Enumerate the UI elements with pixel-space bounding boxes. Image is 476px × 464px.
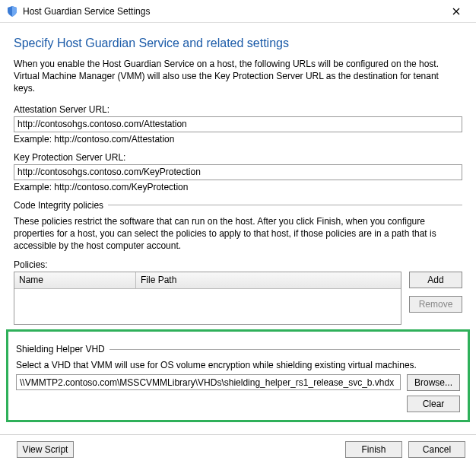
browse-button[interactable]: Browse... xyxy=(407,374,460,391)
helper-vhd-input[interactable] xyxy=(16,374,401,390)
shielding-helper-highlight: Shielding Helper VHD Select a VHD that V… xyxy=(6,329,470,422)
window-title: Host Guardian Service Settings xyxy=(23,6,441,17)
close-button[interactable] xyxy=(441,1,471,22)
close-icon xyxy=(452,8,460,15)
helper-label: Shielding Helper VHD xyxy=(16,344,105,354)
policies-table[interactable]: Name File Path xyxy=(14,272,401,325)
attestation-example: Example: http://contoso.com/Attestation xyxy=(14,134,462,145)
keyprotection-example: Example: http://contoso.com/KeyProtectio… xyxy=(14,182,462,192)
policies-label: Policies: xyxy=(14,259,462,270)
clear-button[interactable]: Clear xyxy=(407,396,460,412)
view-script-button[interactable]: View Script xyxy=(17,441,74,458)
policies-col-name[interactable]: Name xyxy=(14,272,136,288)
remove-button: Remove xyxy=(409,296,462,313)
attestation-input[interactable] xyxy=(14,116,462,132)
shield-icon xyxy=(6,5,18,17)
helper-desc: Select a VHD that VMM will use for OS vo… xyxy=(16,359,460,371)
footer: View Script Finish Cancel xyxy=(0,434,476,464)
code-integrity-label: Code Integrity policies xyxy=(14,200,103,211)
policies-header: Name File Path xyxy=(14,272,401,289)
keyprotection-input[interactable] xyxy=(14,164,462,180)
page-heading: Specify Host Guardian Service and relate… xyxy=(14,37,462,50)
attestation-label: Attestation Server URL: xyxy=(14,104,462,115)
code-integrity-separator: Code Integrity policies xyxy=(14,200,462,211)
add-button[interactable]: Add xyxy=(409,272,462,288)
policies-col-path[interactable]: File Path xyxy=(136,272,401,288)
titlebar: Host Guardian Service Settings xyxy=(0,0,476,23)
cancel-button[interactable]: Cancel xyxy=(408,441,465,458)
finish-button[interactable]: Finish xyxy=(345,441,402,458)
keyprotection-label: Key Protection Server URL: xyxy=(14,152,462,163)
code-integrity-desc: These policies restrict the software tha… xyxy=(14,215,462,253)
intro-text: When you enable the Host Guardian Servic… xyxy=(14,58,462,95)
helper-separator: Shielding Helper VHD xyxy=(16,344,460,354)
